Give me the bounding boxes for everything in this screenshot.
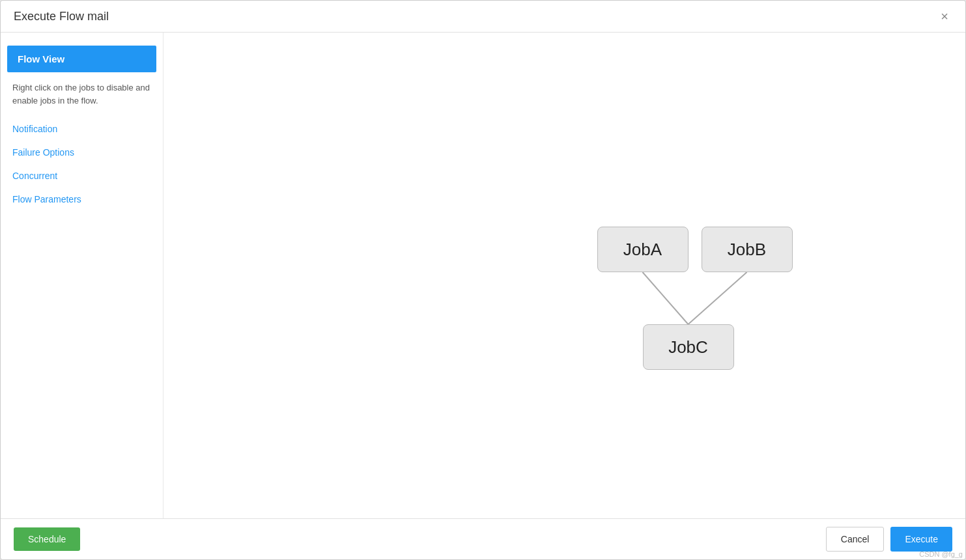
dialog-footer: Schedule Cancel Execute bbox=[1, 518, 965, 559]
execute-button[interactable]: Execute bbox=[890, 527, 952, 552]
dialog-body: Flow View Right click on the jobs to dis… bbox=[1, 33, 965, 518]
watermark: CSDN @fg_g bbox=[919, 550, 963, 558]
dialog-header: Execute Flow mail × bbox=[1, 1, 965, 33]
job-node-jobC[interactable]: JobC bbox=[643, 324, 734, 370]
flow-view-button[interactable]: Flow View bbox=[7, 46, 156, 72]
dialog-title: Execute Flow mail bbox=[14, 10, 109, 23]
svg-line-1 bbox=[689, 272, 747, 324]
job-node-jobB[interactable]: JobB bbox=[702, 227, 793, 272]
sidebar-description: Right click on the jobs to disable and e… bbox=[7, 79, 156, 117]
execute-flow-dialog: Execute Flow mail × Flow View Right clic… bbox=[0, 0, 966, 560]
sidebar-link-concurrent[interactable]: Concurrent bbox=[7, 164, 156, 188]
flow-svg bbox=[163, 33, 965, 518]
sidebar-link-flow-parameters[interactable]: Flow Parameters bbox=[7, 188, 156, 211]
footer-right-buttons: Cancel Execute bbox=[826, 527, 952, 552]
sidebar-link-failure-options[interactable]: Failure Options bbox=[7, 141, 156, 164]
sidebar: Flow View Right click on the jobs to dis… bbox=[1, 33, 163, 518]
schedule-button[interactable]: Schedule bbox=[14, 527, 80, 551]
cancel-button[interactable]: Cancel bbox=[826, 527, 885, 552]
flow-canvas-area: JobAJobBJobC bbox=[163, 33, 965, 518]
sidebar-link-notification[interactable]: Notification bbox=[7, 117, 156, 141]
svg-line-0 bbox=[643, 272, 689, 324]
close-button[interactable]: × bbox=[937, 8, 952, 24]
job-node-jobA[interactable]: JobA bbox=[597, 227, 689, 272]
